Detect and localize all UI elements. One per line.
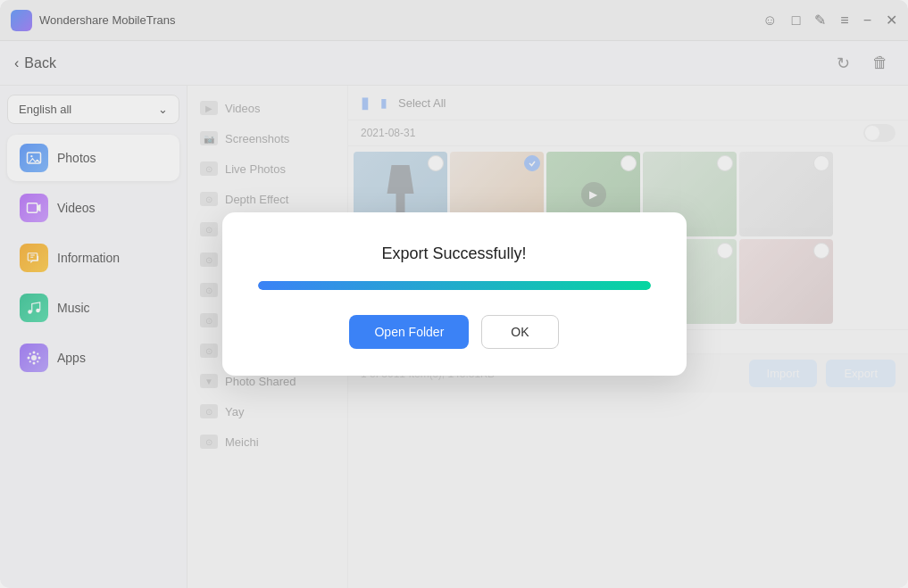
app-window: Wondershare MobileTrans ☺ □ ✎ ≡ − ✕ ‹ Ba… xyxy=(0,0,908,588)
open-folder-button[interactable]: Open Folder xyxy=(349,315,469,349)
ok-button[interactable]: OK xyxy=(481,315,558,349)
export-success-modal: Export Successfully! Open Folder OK xyxy=(222,212,687,376)
modal-title: Export Successfully! xyxy=(381,244,526,263)
modal-overlay: Export Successfully! Open Folder OK xyxy=(0,0,908,588)
progress-bar-fill xyxy=(258,281,651,290)
modal-buttons: Open Folder OK xyxy=(349,315,558,349)
progress-bar-container xyxy=(258,281,651,290)
